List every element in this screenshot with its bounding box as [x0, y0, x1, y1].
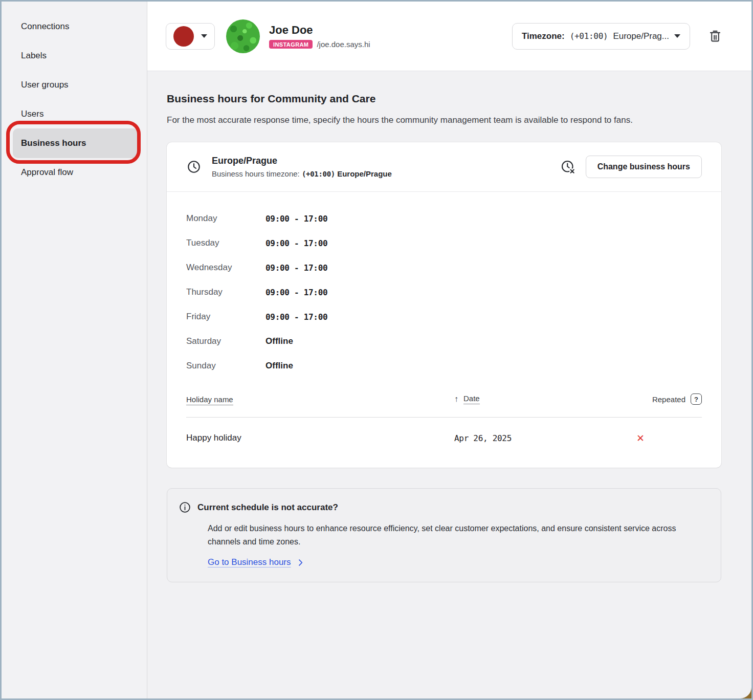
profile-avatar [226, 19, 260, 53]
sidebar-item-business-hours[interactable]: Business hours [2, 128, 147, 158]
chevron-down-icon [674, 34, 680, 38]
page-title: Business hours for Community and Care [167, 93, 721, 105]
card-timezone-title: Europe/Prague [212, 156, 392, 166]
day-label: Thursday [186, 287, 265, 297]
help-icon[interactable]: ? [691, 393, 702, 405]
page-description: For the most accurate response time, spe… [167, 113, 678, 127]
sidebar-item-labels[interactable]: Labels [2, 41, 147, 70]
app-window: Connections Labels User groups Users Bus… [2, 2, 751, 698]
day-row-sunday: Sunday Offline [186, 354, 702, 378]
change-business-hours-button[interactable]: Change business hours [586, 156, 702, 178]
column-header-repeated: Repeated [652, 395, 685, 404]
card-timezone-name: Europe/Prague [337, 169, 392, 178]
timezone-select-offset: (+01:00) [570, 31, 608, 41]
weekly-hours-list: Monday 09:00 - 17:00 Tuesday 09:00 - 17:… [167, 192, 721, 382]
day-row-friday: Friday 09:00 - 17:00 [186, 304, 702, 329]
timezone-select[interactable]: Timezone: (+01:00) Europe/Prag... [512, 23, 690, 50]
card-header: Europe/Prague Business hours timezone: (… [167, 142, 721, 192]
profile-name: Joe Doe [269, 24, 370, 37]
sort-ascending-icon[interactable]: ↑ [454, 395, 458, 404]
holidays-table-header: Holiday name ↑ Date Repeated ? [186, 393, 702, 405]
business-hours-card: Europe/Prague Business hours timezone: (… [167, 142, 721, 468]
card-timezone-subtitle-label: Business hours timezone: [212, 169, 300, 178]
info-box-title: Current schedule is not accurate? [197, 502, 338, 513]
profile-identity: Joe Doe INSTAGRAM /joe.doe.says.hi [269, 24, 370, 49]
go-to-business-hours-link[interactable]: Go to Business hours [208, 557, 291, 567]
card-timezone-offset: (+01:00) [302, 170, 335, 178]
profile-color-select[interactable] [166, 23, 215, 50]
profile-handle: /joe.doe.says.hi [317, 40, 370, 49]
trash-icon [707, 29, 723, 44]
sidebar-item-user-groups[interactable]: User groups [2, 70, 147, 99]
day-hours: 09:00 - 17:00 [265, 238, 327, 248]
profile-color-dot-icon [173, 26, 194, 47]
info-icon [179, 501, 191, 514]
holidays-table: Holiday name ↑ Date Repeated ? [167, 382, 721, 468]
day-label: Friday [186, 312, 265, 322]
app-screen: Connections Labels User groups Users Bus… [0, 0, 753, 700]
day-hours: 09:00 - 17:00 [265, 312, 327, 322]
business-hours-content: Business hours for Community and Care Fo… [147, 71, 751, 698]
not-repeated-icon: ✕ [636, 432, 645, 444]
table-divider [186, 417, 702, 418]
day-hours: 09:00 - 17:00 [265, 288, 327, 297]
sidebar-item-users[interactable]: Users [2, 99, 147, 128]
day-label: Wednesday [186, 262, 265, 273]
day-row-tuesday: Tuesday 09:00 - 17:00 [186, 231, 702, 255]
day-label: Sunday [186, 361, 265, 371]
day-hours: Offline [265, 361, 293, 371]
column-header-holiday-name[interactable]: Holiday name [186, 395, 233, 405]
delete-profile-button[interactable] [707, 29, 723, 44]
day-row-thursday: Thursday 09:00 - 17:00 [186, 280, 702, 304]
settings-sidebar: Connections Labels User groups Users Bus… [2, 2, 147, 698]
schedule-info-box: Current schedule is not accurate? Add or… [167, 488, 721, 582]
column-header-date[interactable]: Date [463, 394, 480, 404]
chevron-right-icon [296, 558, 305, 567]
profile-header: Joe Doe INSTAGRAM /joe.doe.says.hi Timez… [147, 2, 751, 71]
main-panel: Joe Doe INSTAGRAM /joe.doe.says.hi Timez… [147, 2, 751, 698]
day-row-wednesday: Wednesday 09:00 - 17:00 [186, 255, 702, 280]
holiday-row: Happy holiday Apr 26, 2025 ✕ [186, 421, 702, 455]
clock-x-icon [560, 159, 575, 174]
timezone-select-region: Europe/Prag... [613, 31, 669, 41]
clock-icon [186, 159, 202, 174]
sidebar-item-connections[interactable]: Connections [2, 12, 147, 41]
info-box-body: Add or edit business hours to enhance re… [208, 522, 706, 548]
sidebar-item-approval-flow[interactable]: Approval flow [2, 158, 147, 187]
day-label: Tuesday [186, 238, 265, 248]
day-row-saturday: Saturday Offline [186, 329, 702, 354]
holiday-name-cell: Happy holiday [186, 433, 454, 443]
day-row-monday: Monday 09:00 - 17:00 [186, 206, 702, 231]
holiday-date-cell: Apr 26, 2025 [454, 433, 634, 443]
timezone-select-label: Timezone: [522, 31, 565, 41]
day-label: Saturday [186, 336, 265, 346]
day-label: Monday [186, 213, 265, 224]
day-hours: 09:00 - 17:00 [265, 214, 327, 224]
day-hours: 09:00 - 17:00 [265, 263, 327, 273]
sidebar-item-business-hours-label[interactable]: Business hours [13, 128, 139, 158]
chevron-down-icon [201, 34, 207, 38]
instagram-badge: INSTAGRAM [269, 40, 313, 49]
day-hours: Offline [265, 336, 293, 346]
